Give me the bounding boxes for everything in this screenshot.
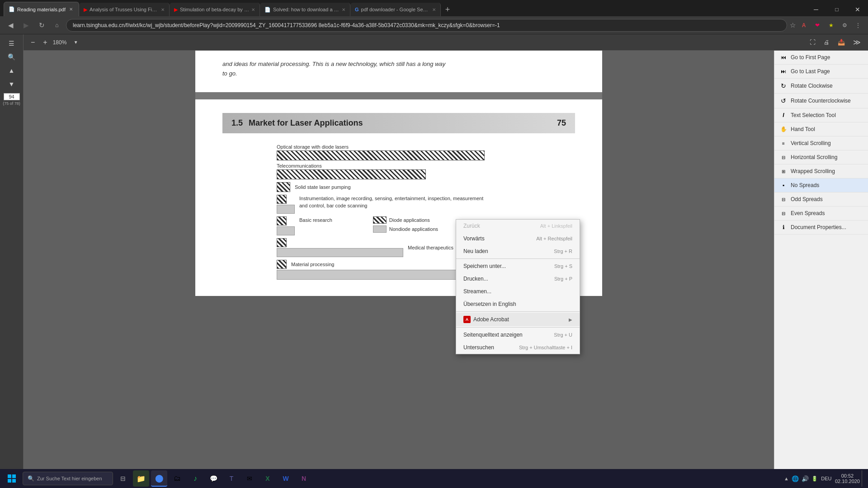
- sidebar-toggle[interactable]: ☰: [3, 37, 20, 50]
- ctx-item-inspect[interactable]: Untersuchen Strg + Umschalttaste + I: [456, 341, 580, 354]
- taskbar-app-excel[interactable]: X: [259, 470, 276, 487]
- prev-page[interactable]: ▲: [3, 64, 20, 77]
- systray-battery[interactable]: 🔋: [811, 476, 818, 482]
- nav-back[interactable]: ◀: [5, 19, 17, 32]
- show-desktop[interactable]: [862, 470, 865, 487]
- right-panel-item-rotate-cw[interactable]: ↻ Rotate Clockwise: [774, 79, 868, 94]
- right-panel-item-doc-props[interactable]: ℹ Document Properties...: [774, 221, 868, 235]
- window-close[interactable]: ✕: [847, 3, 868, 16]
- taskbar-app-discord[interactable]: 💬: [205, 470, 222, 487]
- address-input[interactable]: [66, 19, 787, 32]
- fullscreen-btn[interactable]: ⛶: [807, 38, 818, 47]
- taskbar: 🔍 Zur Suche Text hier eingeben ⊟ 📁 ⬤ 🗂 ♪…: [0, 469, 868, 488]
- doc-props-label: Document Properties...: [791, 224, 846, 230]
- right-panel-item-no-spreads[interactable]: ▪ No Spreads: [774, 178, 868, 192]
- right-panel-item-horizontal-scroll[interactable]: ⊟ Horizontal Scrolling: [774, 150, 868, 164]
- systray-volume[interactable]: 🔊: [802, 475, 809, 482]
- taskbar-search-box[interactable]: 🔍 Zur Suche Text hier eingeben: [23, 472, 113, 485]
- legend-nondiode-label: Nondiode applications: [389, 226, 438, 232]
- ctx-item-print[interactable]: Drucken... Strg + P: [456, 272, 580, 285]
- nav-reload[interactable]: ↻: [35, 19, 48, 32]
- taskbar-app-explorer[interactable]: 📁: [133, 470, 149, 487]
- taskbar-app-onenote[interactable]: N: [296, 470, 312, 487]
- tab-analysis-trusses[interactable]: ▶ Analysis of Trusses Using Finite E... …: [79, 3, 170, 16]
- horizontal-scroll-label: Horizontal Scrolling: [791, 154, 837, 160]
- taskview-btn[interactable]: ⊟: [115, 470, 131, 487]
- more-tools-btn[interactable]: ≫: [850, 37, 863, 47]
- nav-home[interactable]: ⌂: [51, 19, 63, 32]
- horizontal-scroll-icon: ⊟: [780, 155, 787, 160]
- acrobat-arrow-icon: ▶: [569, 317, 572, 322]
- systray-network[interactable]: 🌐: [792, 475, 799, 482]
- tab4-close[interactable]: ✕: [342, 7, 345, 12]
- browser-action-5[interactable]: ⋮: [853, 20, 863, 31]
- explorer-icon: 📁: [137, 474, 146, 483]
- tab1-close[interactable]: ✕: [68, 6, 74, 13]
- bar-basic-diode: [277, 216, 287, 225]
- taskbar-app-mail[interactable]: ✉: [241, 470, 258, 487]
- tab2-close[interactable]: ✕: [161, 7, 165, 12]
- ctx-item-save-as[interactable]: Speichern unter... Strg + S: [456, 260, 580, 272]
- save-btn[interactable]: 📥: [835, 38, 848, 47]
- bookmark-icon[interactable]: ☆: [790, 21, 796, 29]
- tab3-close[interactable]: ✕: [251, 7, 255, 12]
- new-tab-button[interactable]: +: [441, 3, 454, 16]
- right-panel-item-hand[interactable]: ✋ Hand Tool: [774, 122, 868, 136]
- window-minimize[interactable]: ─: [806, 3, 826, 16]
- tab-bar: 📄 Reading materials.pdf ✕ ▶ Analysis of …: [0, 0, 868, 16]
- bar-instr-nondiode: [277, 205, 295, 214]
- next-page[interactable]: ▼: [3, 78, 20, 90]
- right-panel-item-even-spreads[interactable]: ⊟ Even Spreads: [774, 206, 868, 221]
- ctx-item-translate[interactable]: Übersetzen in English: [456, 298, 580, 310]
- right-panel-item-wrapped-scroll[interactable]: ⊞ Wrapped Scrolling: [774, 164, 868, 178]
- ctx-item-reload[interactable]: Neu laden Strg + R: [456, 245, 580, 258]
- ctx-item-acrobat[interactable]: A Adobe Acrobat ▶: [456, 313, 580, 326]
- ctx-item-view-source[interactable]: Seitenquelltext anzeigen Strg + U: [456, 328, 580, 341]
- print-btn[interactable]: 🖨: [821, 38, 832, 47]
- page-number-input[interactable]: [4, 93, 20, 100]
- ctx-item-back[interactable]: Zurück Alt + Linkspfeil: [456, 220, 580, 232]
- start-button[interactable]: [3, 470, 21, 487]
- taskbar-app-spotify[interactable]: ♪: [187, 470, 203, 487]
- right-panel-item-vertical-scroll[interactable]: ≡ Vertical Scrolling: [774, 136, 868, 150]
- ctx-item-cast[interactable]: Streamen...: [456, 285, 580, 298]
- taskbar-app-files[interactable]: 🗂: [169, 470, 185, 487]
- page-info: (75 of 78): [3, 101, 20, 106]
- ctx-acrobat-label: Adobe Acrobat: [473, 316, 509, 323]
- tab4-favicon: 📄: [264, 7, 271, 13]
- zoom-in[interactable]: +: [40, 38, 50, 47]
- wrapped-scroll-icon: ⊞: [780, 169, 787, 174]
- right-panel-item-rotate-ccw[interactable]: ↺ Rotate Counterclockwise: [774, 94, 868, 108]
- tab5-title: pdf downloader - Google Search: [361, 7, 430, 12]
- pdf-scroll-area[interactable]: and ideas for material processing. This …: [24, 51, 774, 488]
- browser-action-3[interactable]: ★: [826, 20, 836, 31]
- svg-rect-2: [8, 479, 11, 483]
- bar-material-diode: [277, 260, 287, 269]
- browser-action-4[interactable]: ⚙: [839, 20, 850, 31]
- excel-icon: X: [265, 475, 269, 482]
- systray-up-arrow[interactable]: ▲: [784, 476, 789, 481]
- chapter-title-text: Market for Laser Applications: [249, 118, 363, 127]
- taskbar-app-word[interactable]: W: [278, 470, 294, 487]
- taskbar-app-chrome[interactable]: ⬤: [151, 470, 167, 487]
- ctx-item-forward[interactable]: Vorwärts Alt + Rechtspfeil: [456, 232, 580, 245]
- tab-google-search[interactable]: G pdf downloader - Google Search ✕: [350, 3, 441, 16]
- tab5-close[interactable]: ✕: [432, 7, 436, 12]
- window-maximize[interactable]: □: [826, 3, 847, 16]
- chart-row-4: Instrumentation, image recording, sensin…: [277, 195, 521, 214]
- right-panel-item-go-first[interactable]: ⏮ Go to First Page: [774, 51, 868, 65]
- tab-solved-pdf[interactable]: 📄 Solved: how to download a pdf f... ✕: [260, 3, 350, 16]
- tab-stimulation[interactable]: ▶ Stimulation of beta-decay by las... ✕: [170, 3, 260, 16]
- onenote-icon: N: [302, 475, 306, 482]
- browser-action-1[interactable]: A: [798, 20, 809, 31]
- right-panel-item-text-select[interactable]: I Text Selection Tool: [774, 108, 868, 122]
- right-panel-item-go-last[interactable]: ⏭ Go to Last Page: [774, 65, 868, 79]
- browser-action-2[interactable]: ❤: [812, 20, 823, 31]
- zoom-out[interactable]: −: [28, 38, 38, 47]
- search-tool[interactable]: 🔍: [3, 51, 20, 63]
- nav-forward[interactable]: ▶: [20, 19, 33, 32]
- zoom-dropdown[interactable]: ▼: [74, 40, 78, 45]
- tab-reading-materials[interactable]: 📄 Reading materials.pdf ✕: [4, 2, 79, 16]
- taskbar-app-teams[interactable]: T: [223, 470, 240, 487]
- right-panel-item-odd-spreads[interactable]: ⊟ Odd Spreads: [774, 192, 868, 206]
